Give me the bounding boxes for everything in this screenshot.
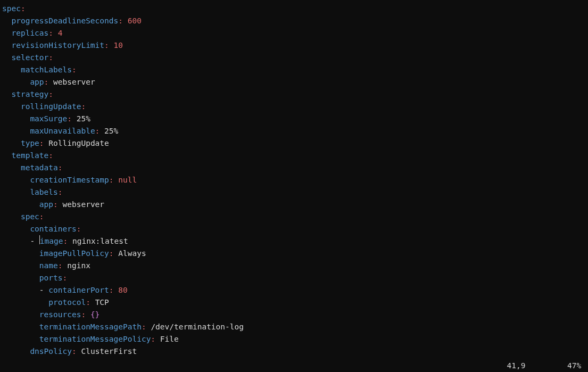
code-line[interactable]: type: RollingUpdate — [2, 137, 588, 150]
code-line[interactable]: spec: — [2, 3, 588, 15]
code-line[interactable]: maxSurge: 25% — [2, 113, 588, 125]
code-line[interactable]: app: webserver — [2, 76, 588, 88]
code-line[interactable]: rollingUpdate: — [2, 101, 588, 113]
yaml-value: 25% — [104, 127, 118, 135]
code-line[interactable]: progressDeadlineSeconds: 600 — [2, 15, 588, 27]
code-line[interactable]: spec: — [2, 211, 588, 223]
yaml-value: 4 — [58, 29, 63, 37]
code-line[interactable]: strategy: — [2, 88, 588, 101]
yaml-key: name — [39, 261, 58, 270]
code-line[interactable]: maxUnavailable: 25% — [2, 125, 588, 137]
code-line[interactable]: terminationMessagePath: /dev/termination… — [2, 321, 588, 333]
yaml-value: 25% — [77, 114, 90, 123]
yaml-key: creationTimestamp — [30, 176, 109, 184]
yaml-value: ClusterFirst — [81, 347, 137, 356]
yaml-value: nginx:latest — [72, 237, 128, 245]
yaml-key: progressDeadlineSeconds — [11, 16, 118, 25]
yaml-value: {} — [90, 310, 100, 319]
yaml-value: webserver — [63, 200, 105, 209]
yaml-key: strategy — [11, 90, 48, 98]
yaml-key: selector — [11, 53, 48, 62]
yaml-key: spec — [2, 4, 21, 13]
code-line[interactable]: resources: {} — [2, 309, 588, 321]
yaml-key: maxUnavailable — [30, 127, 95, 135]
code-line[interactable]: containers: — [2, 223, 588, 235]
yaml-value: 80 — [118, 286, 127, 294]
yaml-key: dnsPolicy — [30, 347, 72, 356]
yaml-key: labels — [30, 188, 57, 196]
code-line[interactable]: creationTimestamp: null — [2, 174, 588, 186]
yaml-value: RollingUpdate — [48, 139, 109, 147]
yaml-key: matchLabels — [21, 65, 72, 74]
yaml-key: ports — [39, 274, 63, 282]
yaml-value: TCP — [95, 298, 109, 307]
yaml-key: terminationMessagePath — [39, 323, 142, 331]
yaml-value: File — [160, 335, 179, 343]
yaml-key: rollingUpdate — [21, 102, 81, 111]
code-line[interactable]: - image: nginx:latest — [2, 235, 588, 247]
scroll-percentage: 47% — [567, 360, 581, 372]
yaml-key: type — [21, 139, 39, 147]
code-line[interactable]: replicas: 4 — [2, 27, 588, 39]
yaml-value: 600 — [128, 16, 142, 25]
code-line[interactable]: selector: — [2, 52, 588, 64]
yaml-value: 10 — [114, 41, 123, 49]
code-line[interactable]: matchLabels: — [2, 64, 588, 76]
code-line[interactable]: dnsPolicy: ClusterFirst — [2, 345, 588, 358]
yaml-key: containerPort — [48, 286, 109, 294]
code-line[interactable]: protocol: TCP — [2, 296, 588, 309]
yaml-value: nginx — [67, 261, 90, 270]
vim-status-bar: 41,9 47% — [0, 360, 588, 372]
status-spacer — [525, 360, 567, 372]
yaml-key: app — [39, 200, 53, 209]
yaml-key: revisionHistoryLimit — [11, 41, 104, 49]
code-line[interactable]: app: webserver — [2, 199, 588, 211]
code-line[interactable]: terminationMessagePolicy: File — [2, 333, 588, 345]
yaml-value: null — [118, 176, 137, 184]
yaml-key: image — [40, 237, 63, 245]
code-line[interactable]: name: nginx — [2, 260, 588, 272]
yaml-key: imagePullPolicy — [39, 249, 109, 258]
code-editor[interactable]: spec: progressDeadlineSeconds: 600 repli… — [0, 3, 588, 358]
yaml-key: spec — [21, 212, 39, 221]
code-line[interactable]: metadata: — [2, 162, 588, 174]
yaml-key: metadata — [21, 163, 58, 172]
code-line[interactable]: labels: — [2, 186, 588, 199]
code-line[interactable]: imagePullPolicy: Always — [2, 247, 588, 260]
yaml-key: containers — [30, 225, 76, 233]
yaml-value: webserver — [53, 78, 95, 86]
yaml-key: replicas — [11, 29, 48, 37]
yaml-key: maxSurge — [30, 114, 67, 123]
code-line[interactable]: revisionHistoryLimit: 10 — [2, 39, 588, 52]
cursor-position: 41,9 — [507, 360, 526, 372]
yaml-key: app — [30, 78, 44, 86]
yaml-key: resources — [39, 310, 81, 319]
code-line[interactable]: - containerPort: 80 — [2, 284, 588, 296]
yaml-key: terminationMessagePolicy — [39, 335, 151, 343]
yaml-value: Always — [118, 249, 146, 258]
yaml-key: protocol — [48, 298, 86, 307]
yaml-key: template — [11, 151, 48, 160]
yaml-value: /dev/termination-log — [151, 323, 244, 331]
code-line[interactable]: template: — [2, 150, 588, 162]
code-line[interactable]: ports: — [2, 272, 588, 284]
